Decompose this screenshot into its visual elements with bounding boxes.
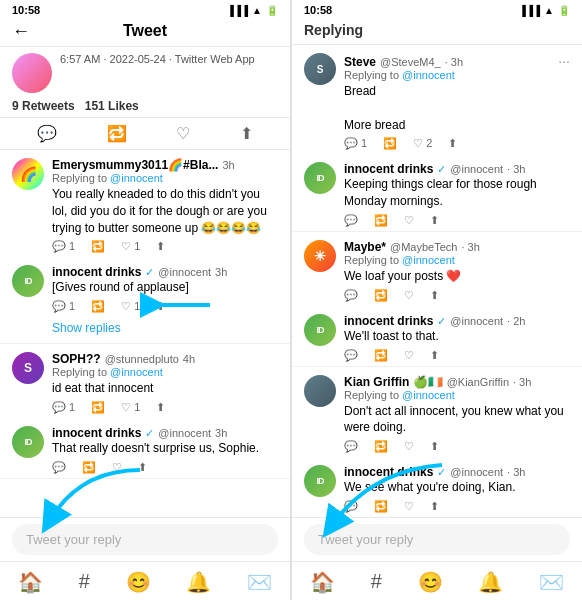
reply-kian[interactable]: 💬 <box>344 440 358 453</box>
like-innocent4[interactable]: ♡ <box>404 349 414 362</box>
comment-body-innocent3: innocent drinks ✓ @innocent · 3h Keeping… <box>344 162 570 227</box>
share-emery[interactable]: ⬆ <box>156 240 165 253</box>
text-innocent5: We see what you're doing, Kian. <box>344 479 570 496</box>
share-maybe[interactable]: ⬆ <box>430 289 439 302</box>
messages-nav-left[interactable]: ✉️ <box>239 568 280 596</box>
search-nav-right[interactable]: # <box>363 568 390 596</box>
spaces-nav-left[interactable]: 😊 <box>118 568 159 596</box>
like-innocent2[interactable]: ♡ <box>112 461 122 474</box>
rt-steve[interactable]: 🔁 <box>383 137 397 150</box>
reply-innocent4[interactable]: 💬 <box>344 349 358 362</box>
like-innocent1[interactable]: ♡ 1 <box>121 300 140 313</box>
notifications-nav-left[interactable]: 🔔 <box>178 568 219 596</box>
text-maybe: We loaf your posts ❤️ <box>344 268 570 285</box>
share-innocent3[interactable]: ⬆ <box>430 214 439 227</box>
username-innocent4: innocent drinks <box>344 314 433 328</box>
avatar-steve: S <box>304 53 336 85</box>
text-innocent4: We'll toast to that. <box>344 328 570 345</box>
handle-innocent2: @innocent <box>158 427 211 439</box>
notifications-nav-right[interactable]: 🔔 <box>470 568 511 596</box>
rt-innocent3[interactable]: 🔁 <box>374 214 388 227</box>
messages-nav-right[interactable]: ✉️ <box>531 568 572 596</box>
like-action-icon[interactable]: ♡ <box>176 124 190 143</box>
share-innocent4[interactable]: ⬆ <box>430 349 439 362</box>
actions-kian: 💬 🔁 ♡ ⬆ <box>344 440 570 453</box>
show-replies-btn[interactable]: Show replies <box>0 317 290 343</box>
rt-emery[interactable]: 🔁 <box>91 240 105 253</box>
rt-innocent1[interactable]: 🔁 <box>91 300 105 313</box>
time-emery: 3h <box>222 159 234 171</box>
comment-header-innocent5: innocent drinks ✓ @innocent · 3h <box>344 465 570 479</box>
reply-emery[interactable]: 💬 1 <box>52 240 75 253</box>
rt-innocent4[interactable]: 🔁 <box>374 349 388 362</box>
actions-innocent1: 💬 1 🔁 ♡ 1 ⬆ <box>52 300 278 313</box>
like-soph[interactable]: ♡ 1 <box>121 401 140 414</box>
like-emery[interactable]: ♡ 1 <box>121 240 140 253</box>
like-steve[interactable]: ♡ 2 <box>413 137 432 150</box>
actions-innocent5: 💬 🔁 ♡ ⬆ <box>344 500 570 513</box>
reply-input-right[interactable]: Tweet your reply <box>304 524 570 555</box>
reply-to-soph: Replying to @innocent <box>52 366 278 378</box>
verified-innocent2: ✓ <box>145 427 154 440</box>
time-kian: · 3h <box>513 376 531 388</box>
comments-feed-right: S Steve @SteveM4_ · 3h ··· Replying to @… <box>292 45 582 517</box>
time-steve: · 3h <box>445 56 463 68</box>
share-kian[interactable]: ⬆ <box>430 440 439 453</box>
home-nav-right[interactable]: 🏠 <box>302 568 343 596</box>
comment-header-kian: Kian Griffin 🍏🇮🇪 @KianGriffin · 3h <box>344 375 570 389</box>
share-steve[interactable]: ⬆ <box>448 137 457 150</box>
more-steve[interactable]: ··· <box>558 53 570 69</box>
back-button[interactable]: ← <box>12 21 30 42</box>
share-innocent5[interactable]: ⬆ <box>430 500 439 513</box>
rt-maybe[interactable]: 🔁 <box>374 289 388 302</box>
share-soph[interactable]: ⬆ <box>156 401 165 414</box>
reply-input-left[interactable]: Tweet your reply <box>12 524 278 555</box>
time-innocent3: · 3h <box>507 163 525 175</box>
text-innocent1: [Gives round of applause] <box>52 279 278 296</box>
share-action-icon[interactable]: ⬆ <box>240 124 253 143</box>
reply-soph[interactable]: 💬 1 <box>52 401 75 414</box>
reply-innocent3[interactable]: 💬 <box>344 214 358 227</box>
reply-bar-left: Tweet your reply <box>0 517 290 561</box>
like-kian[interactable]: ♡ <box>404 440 414 453</box>
rt-innocent2[interactable]: 🔁 <box>82 461 96 474</box>
reply-to-maybe: Replying to @innocent <box>344 254 570 266</box>
reply-innocent5[interactable]: 💬 <box>344 500 358 513</box>
username-innocent5: innocent drinks <box>344 465 433 479</box>
comment-header-innocent1: innocent drinks ✓ @innocent 3h <box>52 265 278 279</box>
original-tweet-meta: 6:57 AM · 2022-05-24 · Twitter Web App <box>60 53 278 65</box>
nav-title-left: Tweet <box>123 22 167 40</box>
status-icons-left: ▐▐▐ ▲ 🔋 <box>227 5 278 16</box>
rt-soph[interactable]: 🔁 <box>91 401 105 414</box>
actions-maybe: 💬 🔁 ♡ ⬆ <box>344 289 570 302</box>
comment-innocent1: ID innocent drinks ✓ @innocent 3h [Gives… <box>0 257 290 317</box>
reply-innocent1[interactable]: 💬 1 <box>52 300 75 313</box>
status-bar-left: 10:58 ▐▐▐ ▲ 🔋 <box>0 0 290 18</box>
comment-emery: 🌈 Emerysmummy3011🌈#Bla... 3h Replying to… <box>0 150 290 257</box>
like-innocent5[interactable]: ♡ <box>404 500 414 513</box>
comment-action-icon[interactable]: 💬 <box>37 124 57 143</box>
handle-kian: @KianGriffin <box>447 376 509 388</box>
status-bar-right: 10:58 ▐▐▐ ▲ 🔋 <box>292 0 582 18</box>
share-innocent2[interactable]: ⬆ <box>138 461 147 474</box>
username-steve: Steve <box>344 55 376 69</box>
search-nav-left[interactable]: # <box>71 568 98 596</box>
like-innocent3[interactable]: ♡ <box>404 214 414 227</box>
comment-innocent4: ID innocent drinks ✓ @innocent · 2h We'l… <box>292 306 582 366</box>
rt-kian[interactable]: 🔁 <box>374 440 388 453</box>
home-nav-left[interactable]: 🏠 <box>10 568 51 596</box>
retweet-action-icon[interactable]: 🔁 <box>107 124 127 143</box>
reply-maybe[interactable]: 💬 <box>344 289 358 302</box>
comment-header-steve: Steve @SteveM4_ · 3h ··· <box>344 53 570 69</box>
tweet-actions: 💬 🔁 ♡ ⬆ <box>0 118 290 150</box>
spaces-nav-right[interactable]: 😊 <box>410 568 451 596</box>
rt-innocent5[interactable]: 🔁 <box>374 500 388 513</box>
avatar-innocent4: ID <box>304 314 336 346</box>
comment-steve: S Steve @SteveM4_ · 3h ··· Replying to @… <box>292 45 582 154</box>
like-maybe[interactable]: ♡ <box>404 289 414 302</box>
reply-steve[interactable]: 💬 1 <box>344 137 367 150</box>
reply-innocent2[interactable]: 💬 <box>52 461 66 474</box>
actions-innocent3: 💬 🔁 ♡ ⬆ <box>344 214 570 227</box>
share-innocent1[interactable]: ⬆ <box>156 300 165 313</box>
text-steve: BreadMore bread <box>344 83 570 133</box>
